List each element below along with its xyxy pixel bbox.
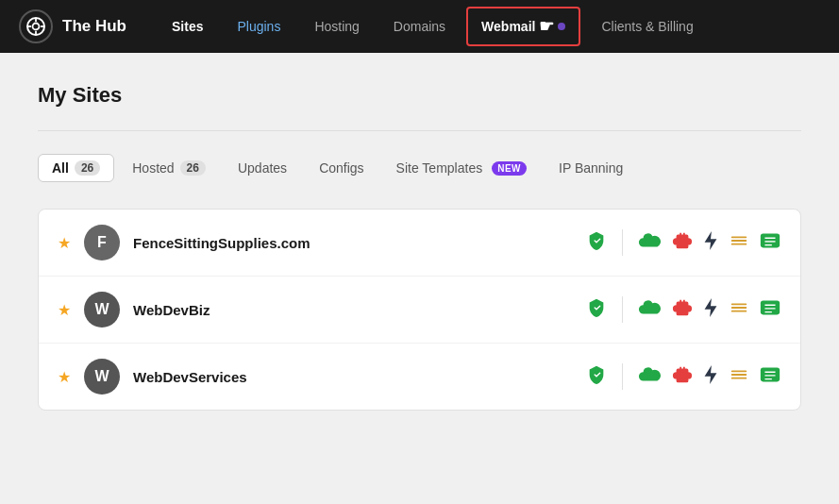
cloud-icon[interactable]	[638, 230, 663, 256]
menu-icon[interactable]	[759, 230, 781, 256]
svg-point-1	[33, 24, 40, 30]
star-icon[interactable]: ★	[58, 234, 71, 252]
filter-tab-updates[interactable]: Updates	[224, 154, 301, 182]
site-name[interactable]: FenceSittingSupplies.com	[133, 235, 573, 251]
filter-tab-site-templates[interactable]: Site Templates NEW	[382, 154, 541, 182]
nav-item-hosting[interactable]: Hosting	[297, 0, 376, 53]
stack-icon[interactable]	[729, 297, 749, 323]
site-avatar: W	[84, 359, 120, 395]
new-badge: NEW	[492, 161, 527, 176]
star-icon[interactable]: ★	[58, 301, 71, 319]
star-icon[interactable]: ★	[58, 368, 71, 386]
bolt-icon[interactable]	[702, 230, 719, 256]
plugin-icon[interactable]	[672, 297, 693, 323]
site-row: ★ F FenceSittingSupplies.com	[39, 210, 800, 277]
stack-icon[interactable]	[729, 230, 749, 256]
nav-item-webmail[interactable]: Webmail ☛	[466, 7, 580, 46]
filter-tab-ip-banning[interactable]: IP Banning	[545, 154, 637, 182]
stack-icon[interactable]	[729, 364, 749, 390]
site-actions	[586, 229, 781, 256]
webmail-dot	[558, 23, 565, 30]
plugin-icon[interactable]	[672, 364, 693, 390]
plugin-icon[interactable]	[672, 230, 693, 256]
separator	[622, 229, 623, 256]
brand-name: The Hub	[62, 17, 126, 36]
filter-tab-all[interactable]: All 26	[38, 154, 114, 182]
nav-links: Sites Plugins Hosting Domains Webmail ☛ …	[155, 0, 820, 53]
filter-tab-configs[interactable]: Configs	[305, 154, 378, 182]
svg-marker-22	[705, 364, 717, 383]
site-name[interactable]: WebDevBiz	[133, 302, 573, 318]
nav-item-sites[interactable]: Sites	[155, 0, 220, 53]
divider	[38, 130, 801, 131]
separator	[622, 363, 623, 390]
nav-item-plugins[interactable]: Plugins	[220, 0, 297, 53]
site-name[interactable]: WebDevServices	[133, 369, 573, 385]
site-row: ★ W WebDevServices	[39, 344, 800, 410]
site-avatar: W	[84, 292, 120, 328]
shield-icon[interactable]	[586, 230, 607, 256]
menu-icon[interactable]	[759, 364, 781, 390]
separator	[622, 296, 623, 323]
site-row: ★ W WebDevBiz	[39, 277, 800, 344]
page-content: My Sites All 26 Hosted 26 Updates Config…	[0, 53, 839, 429]
bolt-icon[interactable]	[702, 364, 719, 390]
shield-icon[interactable]	[586, 297, 607, 323]
navbar: The Hub Sites Plugins Hosting Domains We…	[0, 0, 839, 53]
bolt-icon[interactable]	[702, 297, 719, 323]
shield-icon[interactable]	[586, 364, 607, 390]
filter-tabs: All 26 Hosted 26 Updates Configs Site Te…	[38, 154, 801, 182]
site-actions	[586, 296, 781, 323]
filter-tab-hosted[interactable]: Hosted 26	[118, 154, 220, 182]
page-title: My Sites	[38, 83, 801, 108]
menu-icon[interactable]	[759, 297, 781, 323]
sites-list: ★ F FenceSittingSupplies.com	[38, 209, 801, 411]
cloud-icon[interactable]	[638, 364, 663, 390]
nav-item-domains[interactable]: Domains	[377, 0, 462, 53]
svg-marker-14	[705, 297, 717, 316]
nav-item-clients[interactable]: Clients & Billing	[584, 0, 710, 53]
site-actions	[586, 363, 781, 390]
logo-icon[interactable]	[19, 9, 53, 43]
svg-marker-6	[705, 230, 717, 249]
site-avatar: F	[84, 225, 120, 260]
navbar-logo: The Hub	[19, 9, 126, 43]
cloud-icon[interactable]	[638, 297, 663, 323]
